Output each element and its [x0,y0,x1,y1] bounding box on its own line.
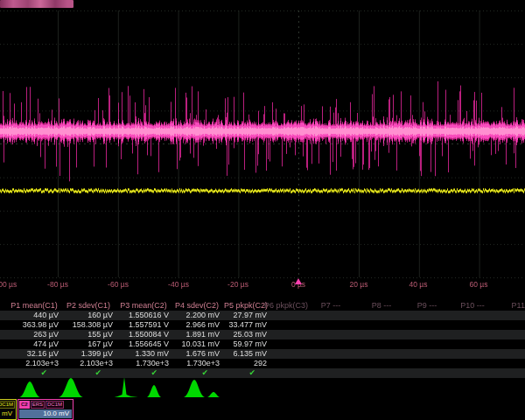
status-check-icon: ✔ [172,368,222,377]
time-axis-label: -100 µs [0,280,24,289]
measurement-num: 2.103e+3 [61,359,116,368]
channel-c2-descriptor[interactable]: C2 ERS DC1M 10.0 mV [18,399,74,420]
measurement-min: 263 µV [7,330,61,340]
measurement-header[interactable]: P1 mean(C1) [7,301,61,311]
measurement-column[interactable]: P2 sdev(C1)160 µV158.308 µV155 µV167 µV1… [61,301,116,378]
trigger-position-marker-icon[interactable] [295,278,302,284]
measurement-column[interactable]: P7 --- [312,301,350,378]
measurement-value: 160 µV [61,311,116,320]
measurement-mean: 363.98 µV [7,320,61,330]
c2-eres-tag: ERS [31,401,45,409]
measurement-min: 1.891 mV [172,330,222,340]
measurement-table: P1 mean(C1)440 µV363.98 µV263 µV474 µV32… [0,301,525,378]
measurement-min: 1.550084 V [116,330,172,340]
measurement-column[interactable]: P10 --- [452,301,494,378]
measurement-column[interactable]: P11 --- [504,301,525,378]
measurement-max: 167 µV [61,340,116,349]
measurement-mean: 1.557591 V [116,320,172,330]
time-axis-label: -60 µs [99,280,137,289]
measurement-header[interactable]: P3 mean(C2) [116,301,172,311]
c2-tags: C2 ERS DC1M [19,401,72,409]
time-axis-label: 20 µs [340,280,378,289]
measurement-header[interactable]: P7 --- [312,301,350,311]
measurement-mean: 158.308 µV [61,320,116,330]
measurement-value: 1.550616 V [116,311,172,320]
measurement-value: 2.200 mV [172,311,222,320]
measurement-column[interactable]: P6 pkpk(C3) [258,301,314,378]
measurement-header[interactable]: P6 pkpk(C3) [258,301,314,311]
measurement-header[interactable]: P2 sdev(C1) [61,301,116,311]
measurement-sdev: 1.330 mV [116,349,172,359]
measurement-mean: 2.966 mV [172,320,222,330]
time-axis-label: -80 µs [38,280,77,289]
oscilloscope-screen: -100 µs-80 µs-60 µs-40 µs-20 µs0 µs20 µs… [0,0,525,420]
measurement-max: 474 µV [7,340,61,349]
measurement-column[interactable]: P1 mean(C1)440 µV363.98 µV263 µV474 µV32… [7,301,61,378]
measurement-header[interactable]: P11 --- [504,301,525,311]
c1-coupling-tags: DC1M [0,401,15,409]
measurement-header[interactable]: P10 --- [452,301,494,311]
status-check-icon: ✔ [61,368,116,377]
pink-trace-label [0,0,74,8]
time-axis-label: 60 µs [459,280,498,289]
measurement-sdev: 1.399 µV [61,349,116,359]
measurement-min: 155 µV [61,330,116,340]
measurement-max: 1.556645 V [116,340,172,349]
c2-scale-value: 10.0 mV [19,410,72,418]
c2-coupling-tag: DC1M [46,401,64,409]
c1-scale-value: 10.0 mV [0,410,15,418]
measurement-header[interactable]: P8 --- [362,301,401,311]
time-axis-label: 40 µs [399,280,438,289]
measurement-sdev: 32.16 µV [7,349,61,359]
status-check-icon: ✔ [7,368,61,377]
measurement-header[interactable]: P4 sdev(C2) [172,301,222,311]
status-bar: DC1M 10.0 mV C2 ERS DC1M 10.0 mV + HD 12… [0,397,525,420]
measurement-column[interactable]: P8 --- [362,301,401,378]
measurement-value: 440 µV [7,311,61,320]
measurement-header[interactable]: P9 --- [408,301,446,311]
time-axis-label: -20 µs [219,280,257,289]
c1-coupling-tag: DC1M [0,401,15,409]
channel-c1-descriptor[interactable]: DC1M 10.0 mV [0,399,17,420]
measurement-column[interactable]: P4 sdev(C2)2.200 mV2.966 mV1.891 mV10.03… [172,301,222,378]
time-axis-label: -40 µs [159,280,198,289]
c2-channel-tag: C2 [19,401,30,409]
measurement-column[interactable]: P3 mean(C2)1.550616 V1.557591 V1.550084 … [116,301,172,378]
measurement-num: 1.730e+3 [172,359,222,368]
measurement-num: 2.103e+3 [7,359,61,368]
status-check-icon: ✔ [116,368,172,377]
measurement-num: 1.730e+3 [116,359,172,368]
measurement-sdev: 1.676 mV [172,349,222,359]
measurement-column[interactable]: P9 --- [408,301,446,378]
measurement-max: 10.031 mV [172,340,222,349]
